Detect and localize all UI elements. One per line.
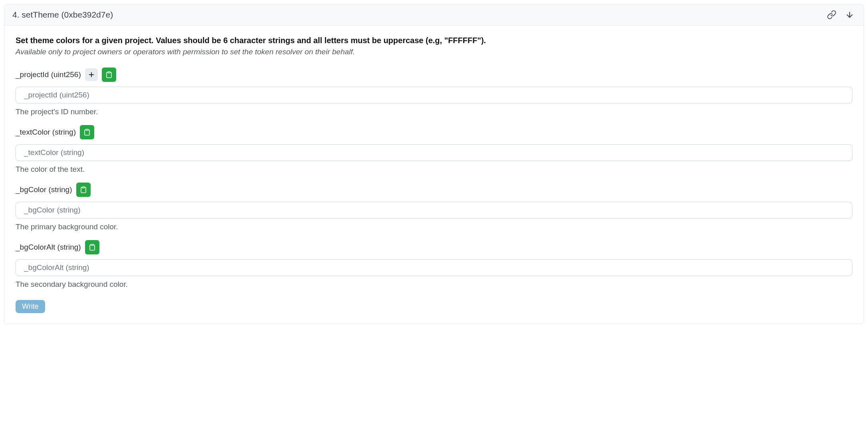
param-help: The secondary background color. bbox=[16, 280, 852, 289]
clipboard-button[interactable] bbox=[80, 125, 94, 139]
param-bgcoloralt: _bgColorAlt (string) The secondary backg… bbox=[16, 240, 852, 289]
description-bold: Set theme colors for a given project. Va… bbox=[16, 35, 852, 46]
param-label: _textColor (string) bbox=[16, 128, 76, 137]
param-label: _bgColor (string) bbox=[16, 185, 72, 194]
panel-body: Set theme colors for a given project. Va… bbox=[4, 26, 864, 324]
clipboard-button[interactable] bbox=[102, 68, 116, 82]
param-textcolor: _textColor (string) The color of the tex… bbox=[16, 125, 852, 174]
function-panel: 4. setTheme (0xbe392d7e) Set theme color… bbox=[4, 4, 864, 324]
param-label-row: _bgColorAlt (string) bbox=[16, 240, 852, 254]
projectid-input[interactable] bbox=[16, 87, 852, 103]
link-icon[interactable] bbox=[827, 10, 836, 20]
bgcoloralt-input[interactable] bbox=[16, 259, 852, 276]
param-label: _bgColorAlt (string) bbox=[16, 243, 81, 252]
param-bgcolor: _bgColor (string) The primary background… bbox=[16, 183, 852, 231]
textcolor-input[interactable] bbox=[16, 144, 852, 161]
clipboard-button[interactable] bbox=[85, 240, 99, 254]
clipboard-button[interactable] bbox=[76, 183, 91, 197]
svg-rect-6 bbox=[91, 244, 93, 245]
svg-rect-4 bbox=[86, 129, 88, 130]
param-label-row: _projectId (uint256) bbox=[16, 68, 852, 82]
param-label: _projectId (uint256) bbox=[16, 70, 81, 79]
param-label-row: _bgColor (string) bbox=[16, 183, 852, 197]
panel-header[interactable]: 4. setTheme (0xbe392d7e) bbox=[4, 4, 864, 26]
panel-title: 4. setTheme (0xbe392d7e) bbox=[12, 10, 113, 20]
param-help: The color of the text. bbox=[16, 165, 852, 174]
header-actions bbox=[827, 10, 856, 20]
param-help: The primary background color. bbox=[16, 222, 852, 231]
svg-rect-3 bbox=[108, 72, 110, 73]
plus-button[interactable] bbox=[85, 68, 98, 81]
param-projectid: _projectId (uint256) The project's ID nu… bbox=[16, 68, 852, 116]
bgcolor-input[interactable] bbox=[16, 202, 852, 218]
collapse-icon[interactable] bbox=[845, 10, 854, 19]
param-label-row: _textColor (string) bbox=[16, 125, 852, 139]
param-help: The project's ID number. bbox=[16, 107, 852, 116]
write-button[interactable]: Write bbox=[16, 300, 45, 313]
description-italic: Available only to project owners or oper… bbox=[16, 47, 852, 57]
svg-rect-5 bbox=[82, 187, 85, 188]
